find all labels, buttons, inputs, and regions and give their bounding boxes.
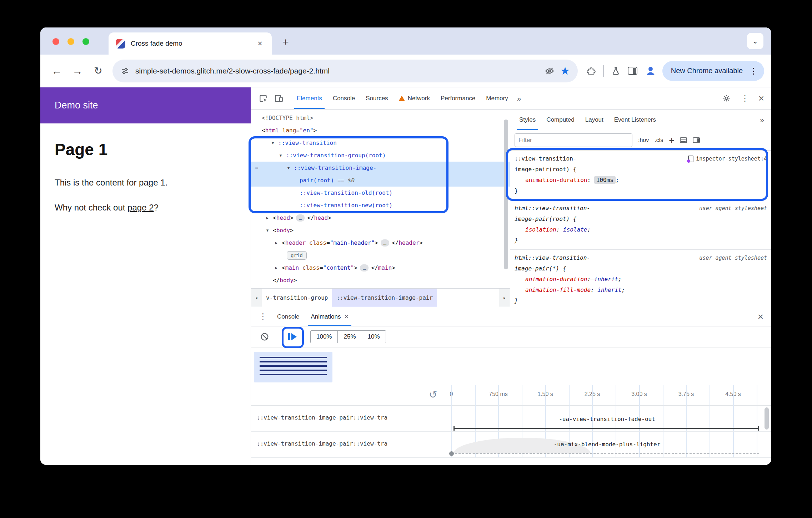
expand-arrow-icon[interactable]: ▾ bbox=[277, 149, 285, 162]
rendering-emulation-icon[interactable] bbox=[680, 137, 687, 143]
stylesheet-link[interactable]: inspector-stylesheet:4 bbox=[688, 153, 767, 164]
expand-arrow-icon[interactable]: ▸ bbox=[264, 212, 271, 224]
expand-arrow-icon[interactable]: ▸ bbox=[272, 261, 280, 274]
side-panel-icon[interactable] bbox=[628, 67, 637, 75]
dom-tree-row[interactable]: <!DOCTYPE html> bbox=[251, 112, 510, 124]
dom-tree-row[interactable]: ⋯▾::view-transition-image- bbox=[251, 162, 510, 174]
clear-all-icon[interactable] bbox=[260, 332, 270, 342]
css-selector[interactable]: ::view-transition- bbox=[515, 155, 576, 162]
profile-avatar-icon[interactable] bbox=[645, 65, 657, 77]
breadcrumb-right-arrow[interactable]: ▸ bbox=[499, 289, 510, 307]
devtools-tab-memory[interactable]: Memory bbox=[481, 87, 513, 109]
zoom-window-button[interactable] bbox=[82, 38, 89, 45]
drawer-close-icon[interactable]: × bbox=[753, 311, 768, 323]
dom-tree-row[interactable]: ▸<head>…</head> bbox=[251, 212, 510, 224]
eye-off-icon[interactable] bbox=[545, 66, 555, 76]
grid-badge[interactable]: grid bbox=[287, 251, 307, 260]
browser-tab[interactable]: Cross fade demo × bbox=[109, 32, 272, 55]
close-window-button[interactable] bbox=[52, 38, 59, 45]
extensions-puzzle-icon[interactable] bbox=[586, 66, 596, 76]
reload-button[interactable]: ↻ bbox=[89, 62, 107, 80]
tab-close-icon[interactable]: × bbox=[255, 39, 265, 49]
device-toolbar-icon[interactable] bbox=[271, 91, 287, 106]
keyframe-dot[interactable] bbox=[449, 451, 454, 456]
collapsed-content-icon[interactable]: … bbox=[381, 239, 389, 247]
css-selector[interactable]: image-pair(root) { bbox=[515, 214, 767, 224]
site-info-icon[interactable] bbox=[120, 66, 130, 76]
expand-arrow-icon[interactable]: ▾ bbox=[285, 162, 292, 174]
minimize-window-button[interactable] bbox=[67, 38, 74, 45]
settings-gear-icon[interactable] bbox=[719, 91, 735, 106]
dom-tree-row[interactable]: </body> bbox=[251, 274, 510, 286]
drawer-tab-console[interactable]: Console bbox=[271, 307, 305, 326]
back-button[interactable]: ← bbox=[47, 62, 66, 80]
bookmark-star-icon[interactable]: ★ bbox=[560, 66, 570, 76]
breadcrumb-item-selected[interactable]: ::view-transition-image-pair bbox=[332, 289, 437, 307]
more-tabs-icon[interactable]: » bbox=[513, 94, 525, 103]
dom-tree-row[interactable]: grid bbox=[251, 249, 510, 261]
new-tab-button[interactable]: + bbox=[277, 34, 294, 50]
replay-icon[interactable]: ↺ bbox=[429, 389, 437, 401]
computed-sidebar-toggle-icon[interactable] bbox=[693, 137, 700, 143]
inspect-element-icon[interactable] bbox=[255, 91, 271, 106]
update-chrome-button[interactable]: New Chrome available ⋮ bbox=[662, 61, 764, 81]
styles-filter-input[interactable] bbox=[515, 133, 632, 147]
dom-tree-row[interactable]: <html lang="en"> bbox=[251, 124, 510, 137]
window-chevron-button[interactable]: ⌄ bbox=[747, 33, 763, 49]
devtools-tab-elements[interactable]: Elements bbox=[291, 87, 327, 109]
devtools-close-icon[interactable]: × bbox=[756, 93, 767, 104]
scrollbar-thumb[interactable] bbox=[504, 120, 508, 269]
css-selector[interactable]: image-pair(*) { bbox=[515, 263, 767, 274]
dom-tree-row[interactable]: ::view-transition-new(root) bbox=[251, 199, 510, 212]
animation-preview-thumbnail[interactable] bbox=[254, 352, 332, 382]
close-animations-tab-icon[interactable]: × bbox=[344, 313, 349, 321]
drawer-tab-animations[interactable]: Animations × bbox=[305, 307, 354, 326]
drawer-menu-kebab-icon[interactable]: ⋮ bbox=[255, 312, 271, 321]
dom-tree-row[interactable]: ▸<main class="content">…</main> bbox=[251, 261, 510, 274]
dom-tree-row[interactable]: pair(root) == $0 bbox=[251, 174, 510, 187]
pause-resume-button[interactable] bbox=[285, 330, 300, 344]
animation-track-row[interactable]: ::view-transition-image-pair::view-tra -… bbox=[251, 432, 771, 458]
dom-tree-row[interactable]: ::view-transition-old(root) bbox=[251, 187, 510, 199]
devtools-menu-kebab-icon[interactable]: ⋮ bbox=[738, 93, 752, 103]
devtools-tab-network[interactable]: Network bbox=[394, 87, 435, 109]
devtools-tab-console[interactable]: Console bbox=[327, 87, 360, 109]
styles-tab-computed[interactable]: Computed bbox=[541, 110, 580, 130]
style-rule[interactable]: inspector-stylesheet:4::view-transition-… bbox=[510, 151, 771, 200]
forward-button[interactable]: → bbox=[68, 62, 87, 80]
more-actions-icon[interactable]: ⋯ bbox=[255, 162, 259, 174]
css-declaration[interactable]: animation-duration: inherit; bbox=[515, 274, 767, 285]
browser-menu-kebab-icon[interactable]: ⋮ bbox=[747, 66, 760, 76]
devtools-tab-performance[interactable]: Performance bbox=[435, 87, 481, 109]
collapsed-content-icon[interactable]: … bbox=[360, 264, 369, 271]
speed-button-25%[interactable]: 25% bbox=[338, 331, 362, 343]
animation-bar[interactable] bbox=[453, 428, 759, 429]
styles-tab-event-listeners[interactable]: Event Listeners bbox=[609, 110, 661, 130]
address-bar[interactable]: simple-set-demos.glitch.me/2-slow-cross-… bbox=[112, 60, 578, 82]
breadcrumb-left-arrow[interactable]: ◂ bbox=[251, 289, 262, 307]
collapsed-content-icon[interactable]: … bbox=[296, 214, 305, 222]
new-style-rule-icon[interactable]: + bbox=[669, 136, 674, 145]
style-rule[interactable]: user agent stylesheethtml::view-transiti… bbox=[510, 250, 771, 307]
expand-arrow-icon[interactable]: ▾ bbox=[264, 224, 271, 237]
style-rule[interactable]: user agent stylesheethtml::view-transiti… bbox=[510, 200, 771, 250]
toggle-pseudo-state-button[interactable]: :hov bbox=[638, 137, 649, 143]
css-declaration[interactable]: animation-fill-mode: inherit; bbox=[515, 285, 767, 295]
toggle-element-classes-button[interactable]: .cls bbox=[655, 137, 663, 143]
experiments-flask-icon[interactable] bbox=[611, 66, 621, 76]
styles-more-tabs-icon[interactable]: » bbox=[756, 116, 768, 124]
css-selector[interactable]: html::view-transition- bbox=[515, 254, 590, 261]
dom-tree-row[interactable]: ▾::view-transition-group(root) bbox=[251, 149, 510, 162]
breadcrumb-item[interactable]: v-transition-group bbox=[262, 289, 332, 307]
scrollbar-thumb[interactable] bbox=[765, 407, 769, 430]
speed-button-100%[interactable]: 100% bbox=[311, 331, 338, 343]
dom-tree-row[interactable]: ▾::view-transition bbox=[251, 137, 510, 149]
styles-tab-layout[interactable]: Layout bbox=[580, 110, 609, 130]
expand-arrow-icon[interactable]: ▾ bbox=[269, 137, 277, 149]
css-selector[interactable]: image-pair(root) { bbox=[515, 164, 767, 175]
animation-track-row[interactable]: ::view-transition-image-pair::view-tra -… bbox=[251, 406, 771, 432]
dom-tree-row[interactable]: ▸<header class="main-header">…</header> bbox=[251, 237, 510, 249]
devtools-tab-sources[interactable]: Sources bbox=[360, 87, 393, 109]
expand-arrow-icon[interactable]: ▸ bbox=[272, 237, 280, 249]
animation-dashed-bar[interactable] bbox=[451, 453, 759, 454]
